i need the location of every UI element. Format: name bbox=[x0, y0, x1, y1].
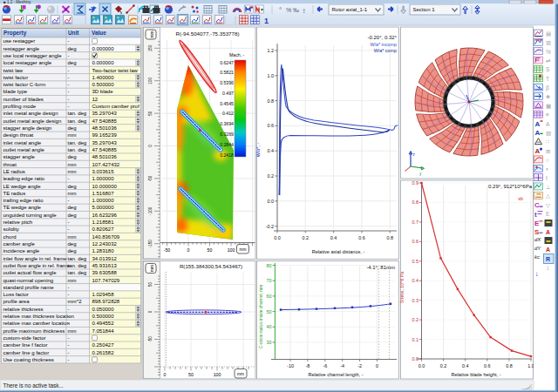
svg-text:twist law: twist law bbox=[3, 68, 24, 73]
svg-text:0.2: 0.2 bbox=[440, 363, 447, 368]
svg-text:Section 1: Section 1 bbox=[413, 7, 436, 12]
svg-text:10.000000: 10.000000 bbox=[92, 184, 118, 189]
svg-text:▤: ▤ bbox=[546, 30, 551, 37]
svg-text:107.427432: 107.427432 bbox=[92, 162, 120, 167]
svg-text:Loss factor: Loss factor bbox=[3, 292, 29, 297]
svg-text:3D blade: 3D blade bbox=[92, 89, 114, 94]
svg-text:0.9: 0.9 bbox=[412, 180, 419, 186]
svg-text:mm: mm bbox=[68, 278, 77, 283]
svg-text:-8: -8 bbox=[306, 363, 310, 368]
svg-text:tan. deg: tan. deg bbox=[68, 263, 87, 268]
svg-text:-: - bbox=[68, 75, 70, 80]
svg-text:35.297043: 35.297043 bbox=[92, 140, 118, 145]
svg-text:0: 0 bbox=[187, 247, 190, 253]
svg-text:0.6: 0.6 bbox=[412, 239, 419, 244]
svg-text:t: t bbox=[534, 211, 537, 219]
svg-text:unguided turning angle: unguided turning angle bbox=[3, 213, 58, 218]
svg-text:trailing edge ratio: trailing edge ratio bbox=[3, 198, 44, 203]
svg-text:deg: deg bbox=[68, 213, 77, 218]
svg-text:-: - bbox=[68, 285, 70, 290]
svg-text:○: ○ bbox=[546, 157, 549, 163]
svg-text:60: 60 bbox=[267, 294, 272, 299]
svg-text:-: - bbox=[68, 357, 70, 362]
svg-text:β: β bbox=[546, 84, 549, 91]
svg-text:outlet metal angle: outlet metal angle bbox=[3, 147, 45, 152]
svg-text:-: - bbox=[68, 321, 70, 326]
svg-text:E: E bbox=[534, 220, 540, 227]
svg-text:-: - bbox=[68, 342, 70, 348]
svg-text:W/a* incomp: W/a* incomp bbox=[370, 42, 397, 47]
svg-text:≡: ≡ bbox=[546, 112, 549, 118]
svg-text:0.7: 0.7 bbox=[412, 220, 419, 225]
svg-text:35.297043: 35.297043 bbox=[92, 111, 118, 116]
svg-text:0.8: 0.8 bbox=[506, 363, 513, 368]
svg-text:-50: -50 bbox=[148, 175, 153, 181]
svg-text:mm: mm bbox=[150, 265, 154, 272]
svg-text:0.000000: 0.000000 bbox=[92, 46, 115, 51]
svg-text:profiling mode: profiling mode bbox=[3, 104, 37, 109]
svg-text:-50: -50 bbox=[148, 336, 153, 342]
svg-text:LE radius: LE radius bbox=[3, 169, 25, 174]
svg-text:◐: ◐ bbox=[546, 166, 549, 172]
svg-text:0.8: 0.8 bbox=[412, 199, 419, 205]
svg-text:0: 0 bbox=[376, 363, 378, 368]
svg-text:0.8: 0.8 bbox=[268, 98, 275, 104]
svg-text:stagger angle: stagger angle bbox=[3, 154, 36, 159]
svg-text:48.501036: 48.501036 bbox=[92, 125, 118, 131]
svg-text:0.4: 0.4 bbox=[268, 148, 275, 153]
svg-text:dY: dY bbox=[534, 246, 541, 251]
svg-text:use restagger: use restagger bbox=[3, 38, 36, 44]
svg-text:A: A bbox=[535, 129, 541, 137]
svg-text:throat: throat bbox=[3, 162, 17, 167]
svg-text:1.0: 1.0 bbox=[268, 73, 275, 78]
svg-text:-: - bbox=[68, 53, 70, 58]
svg-text:custom-side factor: custom-side factor bbox=[3, 335, 46, 341]
svg-text:Relative axial distance, -: Relative axial distance, - bbox=[312, 249, 365, 254]
svg-text:number of blades: number of blades bbox=[3, 97, 44, 102]
svg-text:1.0: 1.0 bbox=[527, 363, 534, 368]
svg-text:-: - bbox=[68, 89, 70, 94]
svg-text:0.6247: 0.6247 bbox=[220, 60, 234, 65]
svg-text:-100: -100 bbox=[148, 206, 153, 215]
svg-text:-: - bbox=[68, 104, 70, 109]
svg-text:-: - bbox=[68, 307, 70, 312]
svg-text:100: 100 bbox=[228, 247, 235, 253]
svg-text:0.5: 0.5 bbox=[412, 259, 419, 264]
svg-text:80: 80 bbox=[267, 263, 272, 268]
svg-text:camber line g factor: camber line g factor bbox=[3, 350, 50, 355]
svg-text:deg: deg bbox=[68, 154, 77, 159]
svg-text:▽: ▽ bbox=[546, 202, 550, 208]
svg-text:use local restagger angle: use local restagger angle bbox=[3, 53, 63, 58]
svg-text:°: ° bbox=[279, 6, 282, 14]
svg-text:Use coating thickness: Use coating thickness bbox=[3, 357, 54, 362]
svg-text:0.6: 0.6 bbox=[358, 235, 365, 240]
svg-text:⊞: ⊞ bbox=[546, 148, 550, 154]
svg-text:Mach, -: Mach, - bbox=[229, 52, 245, 57]
svg-text:150: 150 bbox=[148, 44, 153, 51]
svg-text:⊥: ⊥ bbox=[546, 184, 551, 190]
svg-text:-: - bbox=[68, 292, 70, 297]
svg-text:R: R bbox=[546, 256, 550, 262]
svg-text:47.540885: 47.540885 bbox=[92, 118, 118, 124]
svg-text:12.243032: 12.243032 bbox=[92, 241, 118, 247]
svg-text:-: - bbox=[68, 68, 70, 73]
svg-text:0.0: 0.0 bbox=[274, 235, 281, 240]
svg-text:0: 0 bbox=[148, 310, 153, 313]
svg-text:inlet metal angle design: inlet metal angle design bbox=[3, 111, 58, 116]
svg-text:relative pitch: relative pitch bbox=[3, 220, 33, 225]
svg-text:0.4: 0.4 bbox=[462, 363, 469, 368]
svg-text:incidence angle: incidence angle bbox=[3, 248, 40, 253]
svg-text:E: E bbox=[546, 211, 550, 217]
svg-text:99.165239: 99.165239 bbox=[92, 132, 118, 138]
svg-text:T: T bbox=[546, 76, 549, 82]
svg-text:A: A bbox=[535, 120, 541, 128]
svg-text:50: 50 bbox=[148, 282, 153, 287]
svg-text:39.630588: 39.630588 bbox=[92, 270, 118, 275]
svg-text:0.4: 0.4 bbox=[330, 235, 337, 240]
svg-text:deg: deg bbox=[68, 46, 77, 51]
svg-text:-0.20°, 0.32°: -0.20°, 0.32° bbox=[368, 35, 398, 40]
svg-text:relative max thickness locatio: relative max thickness location bbox=[3, 314, 74, 319]
svg-text:mm: mm bbox=[68, 162, 77, 167]
svg-text:-: - bbox=[68, 220, 70, 225]
svg-text:34.013912: 34.013912 bbox=[92, 256, 118, 261]
